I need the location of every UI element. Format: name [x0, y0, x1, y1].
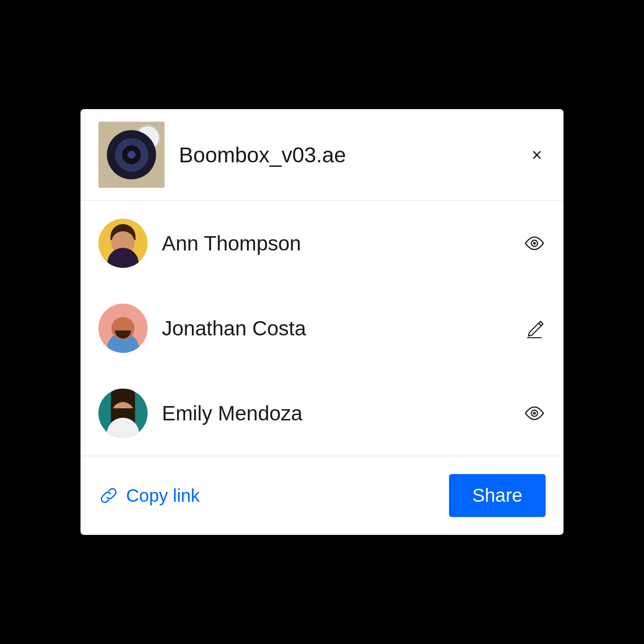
user-item: Ann Thompson — [98, 201, 546, 286]
modal-footer: Copy link Share — [80, 456, 564, 535]
user-name: Emily Mendoza — [162, 401, 509, 425]
avatar — [98, 304, 148, 353]
modal-header: Boombox_v03.ae × — [80, 109, 564, 201]
avatar — [98, 389, 148, 438]
edit-permission-icon[interactable] — [523, 317, 546, 339]
file-thumbnail — [98, 122, 165, 188]
close-button[interactable]: × — [528, 142, 546, 167]
avatar — [98, 219, 148, 268]
copy-link-label: Copy link — [126, 486, 200, 506]
user-name: Ann Thompson — [162, 231, 509, 255]
user-list: Ann Thompson Jonathan Costa — [80, 201, 564, 456]
user-item: Jonathan Costa — [98, 286, 546, 371]
copy-link-button[interactable]: Copy link — [98, 485, 200, 506]
share-button[interactable]: Share — [449, 474, 546, 517]
view-permission-icon[interactable] — [523, 232, 546, 254]
link-icon — [98, 485, 119, 506]
user-name: Jonathan Costa — [162, 316, 509, 340]
svg-point-4 — [533, 412, 536, 415]
view-permission-icon[interactable] — [523, 402, 546, 424]
user-item: Emily Mendoza — [98, 371, 546, 456]
share-modal: Boombox_v03.ae × Ann Thompson — [80, 109, 564, 535]
svg-point-1 — [533, 242, 536, 245]
file-name: Boombox_v03.ae — [179, 143, 514, 167]
